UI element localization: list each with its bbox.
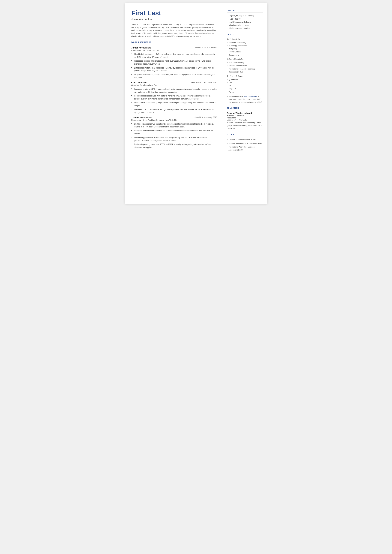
- left-column: First Last Junior Accountant Junior acco…: [125, 3, 223, 204]
- edu-degree: Bachelor of Science: [227, 114, 263, 117]
- list-item: Identified 42 loopholes in RW's tax code…: [131, 53, 217, 59]
- edu-school: Resume Worded University: [227, 112, 263, 114]
- skill-item: Account Reconciliation: [227, 64, 263, 67]
- contact-list: Augusta, ME (Open to Remote) +1-234-456-…: [227, 14, 263, 30]
- resume-worded-note: Don't forget to use Resume Worded to sca…: [227, 95, 263, 104]
- skill-item: Financial Reporting: [227, 61, 263, 64]
- contact-item: Augusta, ME (Open to Remote): [227, 14, 263, 18]
- job-1-title: Junior Accountant: [131, 46, 151, 49]
- resume-page: First Last Junior Accountant Junior acco…: [125, 3, 267, 204]
- skill-item: Taxations (Advanced): [227, 41, 263, 44]
- skill-item: Bookkeeping: [227, 54, 263, 57]
- list-item: Established systems that monitored cash …: [131, 66, 217, 72]
- job-2-bullets: Increased profits by 72% through cost co…: [131, 88, 217, 114]
- job-2-company: Growthsi, San Francisco, CA: [131, 84, 217, 86]
- list-item: Designed a quality control system for RW…: [131, 129, 217, 135]
- list-item: Identified opportunities that reduced op…: [131, 136, 217, 142]
- skill-item: SAP FI: [227, 84, 263, 87]
- contact-item: github.com/resumeworded: [227, 27, 263, 30]
- education-label: EDUCATION: [227, 107, 263, 109]
- right-column: CONTACT Augusta, ME (Open to Remote) +1-…: [223, 3, 267, 204]
- other-item: International Accredited Business Accoun…: [227, 146, 263, 151]
- other-item: Certified Public Accountant (CPA).: [227, 138, 263, 141]
- education-section: EDUCATION Resume Worded University Bache…: [227, 107, 263, 130]
- skill-item: QuickBooks: [227, 78, 263, 81]
- skill-item: International Financial Reporting Standa…: [227, 67, 263, 74]
- industry-skills-label: Industry Knowledge:: [227, 58, 263, 60]
- other-list: Certified Public Accountant (CPA). Certi…: [227, 138, 263, 151]
- skill-item: Tally ERP: [227, 87, 263, 91]
- list-item: Sustained the company's cash flow by col…: [131, 123, 217, 128]
- contact-item: +1-234-456-789: [227, 18, 263, 21]
- list-item: Processed receipts and remittances worth…: [131, 60, 217, 65]
- other-section: OTHER Certified Public Accountant (CPA).…: [227, 133, 263, 151]
- contact-item: linkedin.com/in/username: [227, 24, 263, 27]
- tools-skills-label: Tools and Software:: [227, 75, 263, 77]
- job-2-header: Cost Controller February 2013 – October …: [131, 81, 217, 84]
- list-item: Pioneered an online buying program that …: [131, 101, 217, 107]
- skills-label: SKILLS: [227, 33, 263, 35]
- summary: Junior accountant with 10 years of exper…: [131, 23, 217, 38]
- job-1-bullets: Identified 42 loopholes in RW's tax code…: [131, 53, 217, 79]
- contact-section: CONTACT Augusta, ME (Open to Remote) +1-…: [227, 9, 263, 30]
- skill-item: Xero: [227, 81, 263, 84]
- job-2: Cost Controller February 2013 – October …: [131, 81, 217, 114]
- resume-worded-link[interactable]: Resume Worded: [244, 95, 257, 97]
- tools-skills-list: QuickBooks Xero SAP FI Tally ERP Visma: [227, 78, 263, 94]
- technical-skills-list: Taxations (Advanced) Invoicing (Experien…: [227, 41, 263, 57]
- industry-skills-list: Financial Reporting Account Reconciliati…: [227, 61, 263, 73]
- work-experience-label: WORK EXPERIENCE: [131, 41, 217, 43]
- job-3-title: Trainee Accountant: [131, 116, 152, 119]
- education-divider: [227, 110, 263, 110]
- contact-label: CONTACT: [227, 9, 263, 11]
- other-label: OTHER: [227, 133, 263, 135]
- work-experience-section: WORK EXPERIENCE Junior Accountant Novemb…: [131, 41, 217, 149]
- list-item: Increased profits by 72% through cost co…: [131, 88, 217, 93]
- job-3: Trainee Accountant June 2010 – January 2…: [131, 116, 217, 149]
- skill-item: Journal Entries: [227, 50, 263, 54]
- job-3-dates: June 2010 – January 2013: [195, 116, 217, 119]
- job-3-bullets: Sustained the company's cash flow by col…: [131, 123, 217, 149]
- job-2-dates: February 2013 – October 2015: [191, 81, 217, 84]
- edu-awards: Awards: Resume Worded Teaching Fellow (o…: [227, 121, 263, 130]
- job-title: Junior Accountant: [131, 18, 217, 21]
- skill-item: Invoicing (Experienced): [227, 44, 263, 47]
- contact-divider: [227, 12, 263, 13]
- skills-section: SKILLS Technical Skills: Taxations (Adva…: [227, 33, 263, 104]
- list-item: Reduced operating costs from $500K to $1…: [131, 143, 217, 149]
- job-1-company: Resume Worded, New York, NY: [131, 49, 217, 51]
- job-3-company: Resume Worded's Exciting Company, New Yo…: [131, 119, 217, 121]
- edu-field: Accounting: [227, 117, 263, 119]
- job-3-header: Trainee Accountant June 2010 – January 2…: [131, 116, 217, 119]
- job-2-title: Cost Controller: [131, 81, 147, 84]
- name: First Last: [131, 9, 217, 17]
- list-item: Reduced costs associated with material h…: [131, 94, 217, 100]
- note-prefix: Don't forget to use: [229, 95, 244, 97]
- edu-location: Boston, MA — May 2010: [227, 119, 263, 121]
- other-divider: [227, 136, 263, 136]
- list-item: Identified 21 sources of waste throughou…: [131, 108, 217, 114]
- job-1-header: Junior Accountant November 2015 – Presen…: [131, 46, 217, 49]
- list-item: Prepared 400 invoices, checks, electroni…: [131, 73, 217, 79]
- contact-item: email@resumeworded.com: [227, 21, 263, 24]
- skill-item: Visma: [227, 91, 263, 94]
- skill-item: Budgeting: [227, 47, 263, 50]
- technical-skills-label: Technical Skills:: [227, 38, 263, 40]
- education-block: Resume Worded University Bachelor of Sci…: [227, 112, 263, 130]
- job-1-dates: November 2015 – Present: [195, 46, 217, 49]
- job-1: Junior Accountant November 2015 – Presen…: [131, 46, 217, 79]
- other-item: Certified Management Accountant (CMA).: [227, 142, 263, 145]
